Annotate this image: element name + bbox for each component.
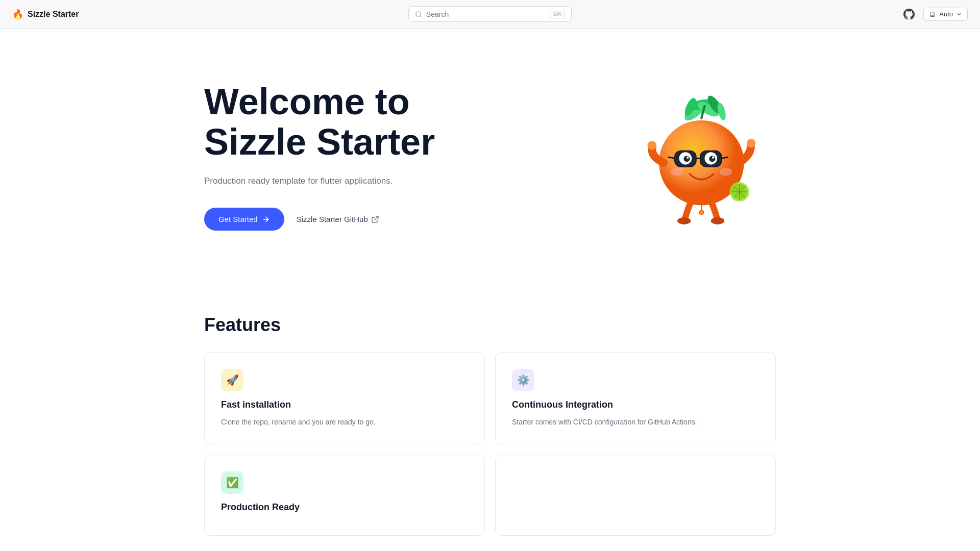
fast-installation-desc: Clone the repo, rename and you are ready…	[221, 416, 468, 428]
ci-desc: Starter comes with CI/CD configuration f…	[512, 416, 759, 428]
feature-card-production-ready: ✅ Production Ready	[204, 455, 485, 536]
hero-subtitle: Production ready template for flutter ap…	[204, 174, 500, 188]
search-bar[interactable]: ⌘K	[408, 6, 572, 22]
theme-label: Auto	[939, 10, 953, 18]
ci-title: Continuous Integration	[512, 399, 759, 410]
settings-icon: ⚙️	[517, 374, 530, 386]
svg-point-28	[747, 139, 756, 148]
production-ready-icon-wrap: ✅	[221, 471, 243, 494]
hero-text: Welcome to Sizzle Starter Production rea…	[204, 82, 500, 231]
svg-point-23	[687, 156, 689, 158]
production-ready-title: Production Ready	[221, 502, 468, 513]
navbar-brand: 🔥 Sizzle Starter	[12, 9, 79, 20]
search-icon	[415, 11, 422, 18]
search-kbd: ⌘K	[550, 10, 565, 18]
flame-icon: 🔥	[12, 9, 23, 20]
feature-card-partial	[495, 455, 776, 536]
svg-point-25	[671, 168, 683, 176]
hero-section: Welcome to Sizzle Starter Production rea…	[204, 29, 776, 294]
fast-installation-icon-wrap: 🚀	[221, 369, 243, 391]
search-input[interactable]	[426, 10, 546, 18]
svg-point-26	[720, 168, 732, 176]
svg-point-22	[709, 156, 715, 162]
features-title: Features	[204, 314, 776, 336]
svg-point-21	[683, 156, 690, 162]
svg-point-30	[711, 217, 724, 224]
navbar-right: 🖥 Auto	[901, 6, 968, 22]
feature-card-ci: ⚙️ Continuous Integration Starter comes …	[495, 352, 776, 444]
theme-switcher[interactable]: 🖥 Auto	[923, 8, 968, 21]
external-link-icon	[371, 215, 379, 223]
github-cta-label: Sizzle Starter GitHub	[297, 215, 368, 223]
github-icon	[903, 9, 915, 20]
hero-actions: Get Started Sizzle Starter GitHub	[204, 208, 500, 231]
chevron-down-icon	[956, 11, 962, 17]
navbar-logo-text: Sizzle Starter	[28, 10, 79, 19]
monitor-icon: 🖥	[929, 10, 936, 18]
svg-point-27	[648, 141, 657, 150]
github-button[interactable]	[901, 6, 917, 22]
svg-line-3	[374, 216, 378, 220]
hero-title: Welcome to Sizzle Starter	[204, 82, 500, 162]
ci-icon-wrap: ⚙️	[512, 369, 534, 391]
svg-point-29	[677, 217, 691, 224]
arrow-right-icon	[262, 215, 270, 223]
check-circle-icon: ✅	[226, 477, 239, 489]
github-cta-link[interactable]: Sizzle Starter GitHub	[297, 215, 379, 223]
get-started-label: Get Started	[218, 215, 258, 223]
fast-installation-title: Fast installation	[221, 399, 468, 410]
features-grid: 🚀 Fast installation Clone the repo, rena…	[204, 352, 776, 536]
svg-point-24	[712, 156, 714, 158]
rocket-icon: 🚀	[226, 374, 239, 386]
navbar: 🔥 Sizzle Starter ⌘K 🖥 Auto	[0, 0, 980, 29]
feature-card-fast-installation: 🚀 Fast installation Clone the repo, rena…	[204, 352, 485, 444]
orange-mascot-icon	[628, 85, 771, 228]
svg-point-38	[699, 210, 704, 215]
features-section: Features 🚀 Fast installation Clone the r…	[204, 294, 776, 551]
main-content: Welcome to Sizzle Starter Production rea…	[184, 29, 796, 551]
svg-line-1	[420, 15, 422, 17]
get-started-button[interactable]: Get Started	[204, 208, 284, 231]
hero-illustration	[623, 80, 776, 233]
